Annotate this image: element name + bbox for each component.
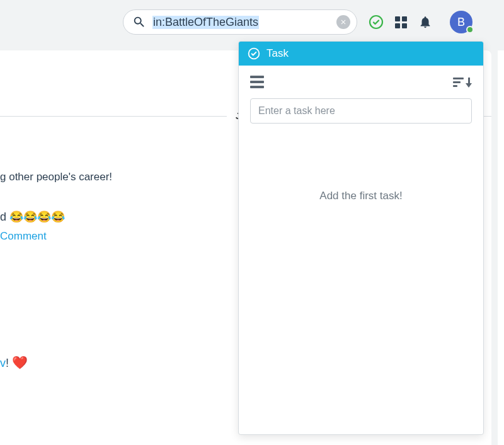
emoji-laugh: 😂 [9, 211, 23, 223]
header-actions: B [369, 11, 472, 33]
clear-search-button[interactable] [336, 15, 350, 29]
feed-text-fragment: v [0, 357, 6, 369]
sort-icon [453, 78, 464, 87]
search-bar[interactable]: in:BattleOfTheGiants [123, 9, 357, 35]
bell-icon [418, 15, 432, 29]
task-toolbar [239, 66, 483, 98]
task-sort-button[interactable] [453, 78, 472, 87]
task-panel-header: Task [239, 42, 483, 66]
close-icon [340, 18, 347, 26]
search-value: in:BattleOfTheGiants [152, 16, 259, 29]
apps-icon-button[interactable] [395, 16, 407, 28]
check-circle-icon [369, 14, 384, 30]
hamburger-icon [250, 76, 264, 78]
task-panel: Task Add the first task! [238, 41, 484, 435]
app-header: in:BattleOfTheGiants B [0, 0, 504, 44]
avatar-initial: B [457, 16, 465, 29]
presence-indicator [466, 26, 474, 33]
emoji-laugh: 😂 [37, 211, 51, 223]
right-panel-edge [498, 50, 504, 445]
feed-text-fragment: ! [6, 357, 12, 369]
search-icon [132, 15, 146, 29]
task-input-container [239, 98, 483, 124]
check-circle-icon [248, 47, 260, 60]
search-input[interactable]: in:BattleOfTheGiants [152, 16, 330, 29]
heart-icon: ❤️ [12, 355, 28, 369]
task-panel-title: Task [266, 47, 289, 60]
chevron-down-icon [466, 83, 472, 88]
tasks-icon-button[interactable] [369, 14, 384, 30]
user-avatar[interactable]: B [450, 11, 472, 33]
task-input[interactable] [250, 98, 472, 124]
notifications-button[interactable] [418, 15, 432, 29]
task-empty-state: Add the first task! [239, 190, 483, 202]
emoji-laugh: 😂 [51, 211, 65, 223]
grid-icon [395, 16, 407, 28]
emoji-laugh: 😂 [23, 211, 37, 223]
task-menu-button[interactable] [250, 76, 264, 88]
feed-text-fragment: g other people's career! [0, 171, 112, 183]
feed-text-fragment: d [0, 211, 9, 223]
